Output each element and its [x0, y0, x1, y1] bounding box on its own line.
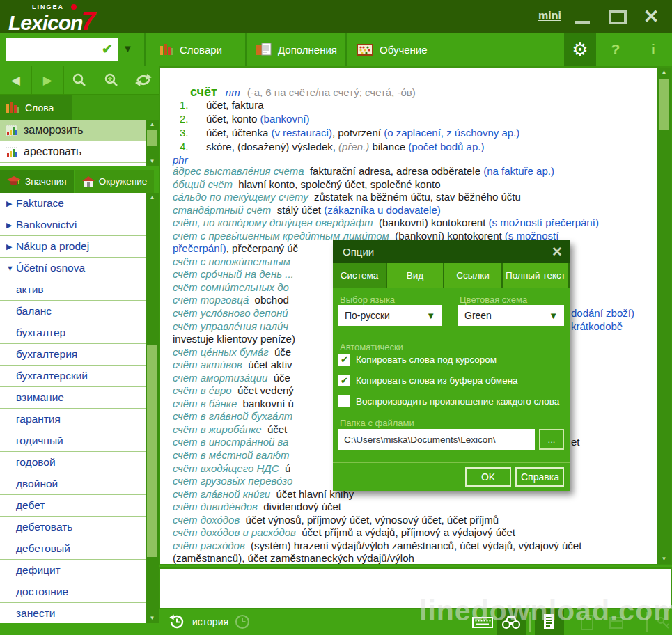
- phrase-segment: са́льдо по теку́щему счёту: [173, 191, 308, 203]
- tree-item-label: бухгалтерия: [16, 348, 77, 361]
- ok-button[interactable]: OK: [465, 467, 511, 487]
- phrase-segment: счёт амортиза́ции: [173, 372, 267, 384]
- tree-item[interactable]: достояние: [0, 581, 159, 603]
- word-list-item[interactable]: арестовать: [0, 141, 159, 163]
- dialog-tab-label: Вид: [407, 270, 423, 281]
- scroll-thumb[interactable]: [147, 130, 157, 146]
- maximize-button[interactable]: [603, 6, 632, 28]
- tab-addons[interactable]: Дополнения: [247, 33, 337, 66]
- scroll-down-icon[interactable]: ▼: [657, 554, 671, 564]
- tree-item[interactable]: годичный: [0, 430, 159, 452]
- house-icon: [82, 176, 95, 187]
- phrase-segment: счёт гла́вной кни́ги: [173, 488, 270, 500]
- info-button[interactable]: i: [635, 33, 671, 66]
- dialog-tab-view[interactable]: Вид: [387, 263, 443, 288]
- find-in-text-button[interactable]: [497, 609, 526, 635]
- options-dialog: Опции ✕ СистемаВидСсылкиПолный текст Выб…: [333, 240, 570, 491]
- chart-icon: [6, 125, 17, 136]
- sense-segment: (bankovní): [260, 113, 310, 125]
- checkbox-copy-under-cursor[interactable]: ✔Копировать слова под курсором: [338, 352, 497, 367]
- keyboard-button[interactable]: [469, 609, 496, 635]
- title-bar: LINGEA Lexicon7 mini ✕: [0, 0, 672, 33]
- tree-item[interactable]: ▶Nákup a prodej: [0, 236, 159, 258]
- scroll-down-icon[interactable]: ▼: [146, 613, 159, 623]
- dialog-close-button[interactable]: ✕: [552, 244, 563, 260]
- word-list-scrollbar[interactable]: ▲ ▼: [146, 120, 159, 166]
- refresh-button[interactable]: [127, 66, 159, 94]
- minimize-button[interactable]: [568, 6, 597, 28]
- logo-seven: 7: [81, 7, 95, 36]
- tab-words[interactable]: Слова: [0, 95, 72, 120]
- browse-button[interactable]: ...: [539, 429, 564, 450]
- checkbox-copy-clipboard[interactable]: ✔Копировать слова из буфера обмена: [338, 373, 518, 388]
- scroll-down-icon[interactable]: ▼: [146, 157, 159, 166]
- phrase-segment: счёт управле́ния нали́ч: [173, 320, 288, 332]
- settings-button[interactable]: ⚙: [564, 33, 596, 66]
- search-input[interactable]: [10, 41, 96, 59]
- tree-item[interactable]: ▼Účetní osnova: [0, 258, 159, 279]
- color-scheme-select[interactable]: Green ▼: [458, 305, 564, 326]
- tree-scrollbar[interactable]: ▲ ▼: [146, 193, 159, 623]
- headword: счёт: [190, 85, 217, 99]
- tree-item[interactable]: дебет: [0, 495, 159, 517]
- search-plus-button[interactable]: [95, 66, 127, 94]
- tree-item[interactable]: бухгалтерия: [0, 344, 159, 366]
- tree-item[interactable]: бухгалтер: [0, 322, 159, 344]
- dialog-tab-links[interactable]: Ссылки: [444, 263, 501, 288]
- entry-scrollbar[interactable]: ▲ ▼: [657, 68, 671, 564]
- note-panel[interactable]: [159, 567, 672, 609]
- tree-item[interactable]: дефицит: [0, 560, 159, 581]
- bottombar-divider: [646, 612, 648, 632]
- tree-item[interactable]: ▶Fakturace: [0, 193, 159, 214]
- language-select[interactable]: По-русски ▼: [338, 305, 442, 326]
- tree-item[interactable]: годовой: [0, 452, 159, 473]
- search-dropdown-button[interactable]: ▼: [123, 42, 133, 54]
- full-text-button[interactable]: [535, 609, 564, 635]
- tree-item[interactable]: занести: [0, 603, 159, 623]
- checkbox-pronounce-every-word[interactable]: Воспроизводить произношение каждого слов…: [338, 393, 559, 409]
- phrase-segment: , přečerpaný úč: [226, 242, 298, 254]
- dialog-tab-fulltext[interactable]: Полный текст: [503, 263, 568, 288]
- sense-text: účet, účtenka (v restauraci), potvrzení …: [206, 126, 519, 140]
- dialog-title-bar[interactable]: Опции ✕: [333, 240, 570, 263]
- tree-item[interactable]: дебетовать: [0, 517, 159, 538]
- logo-text: Lexicon7: [8, 7, 95, 36]
- close-button[interactable]: ✕: [636, 6, 666, 28]
- phrase-segment: úče: [269, 346, 292, 358]
- history-button[interactable]: [169, 613, 185, 633]
- folder-path-input[interactable]: [338, 429, 535, 450]
- tab-learning[interactable]: Обучение: [347, 33, 428, 66]
- scroll-thumb[interactable]: [659, 79, 669, 130]
- tab-dictionaries[interactable]: Словари: [150, 33, 222, 66]
- tab-meanings[interactable]: Значения: [0, 170, 74, 193]
- search-button[interactable]: [64, 66, 96, 94]
- tree-item[interactable]: взимание: [0, 387, 159, 409]
- tree-item[interactable]: дебетовый: [0, 538, 159, 560]
- phrase-segment: счёт в иностра́нной ва: [173, 436, 288, 448]
- back-button[interactable]: ◀: [0, 66, 32, 94]
- tree-item[interactable]: гарантия: [0, 409, 159, 430]
- word-list-item[interactable]: заморозить: [0, 120, 159, 141]
- chevron-collapsed-icon: ▶: [6, 199, 16, 208]
- dialog-tab-label: Ссылки: [456, 270, 490, 281]
- help-button[interactable]: ?: [597, 33, 634, 66]
- sense-number: 3.: [160, 126, 206, 140]
- clock-icon[interactable]: [234, 613, 251, 633]
- dialog-tab-system[interactable]: Система: [333, 263, 386, 288]
- forward-button[interactable]: ▶: [32, 66, 64, 94]
- tab-surroundings[interactable]: Окружение: [75, 170, 155, 193]
- tree-item[interactable]: двойной: [0, 473, 159, 495]
- inflection-info: (-a, 6 на счёте/на счету́; счета́, -о́в): [247, 86, 416, 98]
- ghost-tool-icon: [574, 609, 600, 635]
- tree-item[interactable]: актив: [0, 279, 159, 301]
- tree-item[interactable]: бухгалтерский: [0, 366, 159, 387]
- mini-mode-link[interactable]: mini: [538, 10, 561, 22]
- tree-item[interactable]: ▶Bankovnictví: [0, 214, 159, 236]
- scroll-up-icon[interactable]: ▲: [657, 68, 671, 77]
- tree-item-label: гарантия: [16, 413, 61, 425]
- scroll-thumb[interactable]: [147, 345, 157, 557]
- help-button[interactable]: Справка: [515, 467, 564, 487]
- scroll-up-icon[interactable]: ▲: [146, 193, 159, 203]
- scroll-up-icon[interactable]: ▲: [146, 120, 159, 130]
- tree-item[interactable]: баланс: [0, 301, 159, 322]
